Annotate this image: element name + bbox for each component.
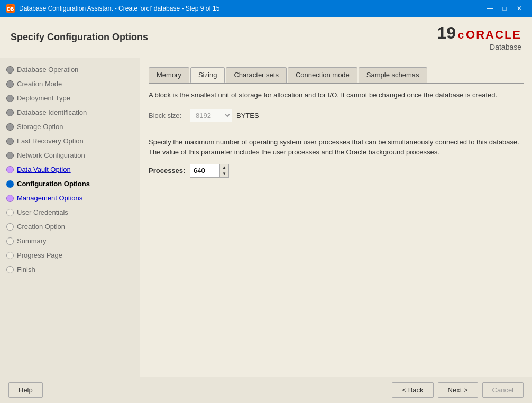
sidebar-item-storage-option: Storage Option (0, 120, 140, 134)
oracle-brand-name: ORACLE (466, 28, 521, 42)
sidebar-label-configuration-options: Configuration Options (17, 180, 90, 188)
title-bar-text: Database Configuration Assistant - Creat… (19, 5, 219, 12)
sidebar-label-management-options: Management Options (17, 194, 82, 202)
sidebar-item-management-options[interactable]: Management Options (0, 191, 140, 205)
sidebar-label-creation-option: Creation Option (17, 223, 65, 231)
step-indicator-1 (6, 66, 14, 74)
sidebar-label-storage-option: Storage Option (17, 123, 63, 131)
close-button[interactable]: ✕ (513, 3, 526, 14)
processes-label: Processes: (149, 167, 186, 175)
footer-right-buttons: < Back Next > Cancel (392, 382, 524, 398)
step-indicator-15 (6, 266, 14, 273)
svg-text:DB: DB (7, 6, 14, 12)
step-indicator-4 (6, 109, 14, 116)
sidebar-item-data-vault[interactable]: Data Vault Option (0, 162, 140, 177)
sidebar-label-database-identification: Database Identification (17, 108, 87, 116)
step-indicator-5 (6, 123, 14, 131)
sidebar-label-fast-recovery: Fast Recovery Option (17, 137, 84, 145)
tab-character-sets[interactable]: Character sets (226, 67, 287, 83)
sidebar-item-finish: Finish (0, 262, 140, 277)
step-indicator-14 (6, 252, 14, 259)
next-button[interactable]: Next > (438, 382, 478, 398)
spinner-down-button[interactable]: ▼ (220, 171, 228, 177)
step-indicator-6 (6, 138, 14, 145)
step-indicator-11 (6, 209, 14, 216)
processes-section: Specify the maximum number of operating … (149, 137, 524, 178)
page-title: Specify Configuration Options (11, 32, 148, 43)
tab-sizing[interactable]: Sizing (190, 67, 225, 83)
window-body: Database Operation Creation Mode Deploym… (0, 58, 532, 377)
sidebar-label-progress-page: Progress Page (17, 251, 62, 259)
sidebar-label-network-config: Network Configuration (17, 151, 85, 159)
step-indicator-9 (6, 180, 14, 188)
title-bar-controls: — □ ✕ (483, 3, 526, 14)
processes-spinner: ▲ ▼ (190, 164, 229, 178)
window-footer: Help < Back Next > Cancel (0, 377, 532, 403)
content-area: Memory Sizing Character sets Connection … (140, 58, 532, 377)
step-indicator-7 (6, 152, 14, 159)
sidebar-item-configuration-options: Configuration Options (0, 177, 140, 191)
block-size-row: Block size: 8192 4096 16384 32768 BYTES (149, 109, 524, 122)
oracle-version-c: c (458, 29, 464, 41)
step-indicator-13 (6, 237, 14, 245)
cancel-button[interactable]: Cancel (482, 382, 524, 398)
tab-sample-schemas[interactable]: Sample schemas (359, 67, 427, 83)
sidebar-label-user-credentials: User Credentials (17, 208, 68, 216)
sidebar: Database Operation Creation Mode Deploym… (0, 58, 140, 377)
sidebar-item-user-credentials: User Credentials (0, 205, 140, 219)
block-size-unit: BYTES (236, 112, 259, 120)
sidebar-label-finish: Finish (17, 265, 35, 273)
oracle-logo: 19c ORACLE Database (437, 23, 521, 51)
step-indicator-12 (6, 223, 14, 231)
app-icon: DB (6, 4, 15, 13)
sidebar-item-creation-option: Creation Option (0, 219, 140, 234)
step-indicator-8 (6, 166, 14, 173)
window-header: Specify Configuration Options 19c ORACLE… (0, 17, 532, 58)
sidebar-item-progress-page: Progress Page (0, 248, 140, 262)
sidebar-label-summary: Summary (17, 237, 47, 245)
oracle-product-name: Database (490, 43, 521, 51)
tabs-container: Memory Sizing Character sets Connection … (149, 67, 524, 84)
title-bar-left: DB Database Configuration Assistant - Cr… (6, 4, 219, 13)
sidebar-label-creation-mode: Creation Mode (17, 80, 62, 88)
spinner-up-button[interactable]: ▲ (220, 164, 228, 171)
tab-connection-mode[interactable]: Connection mode (288, 67, 357, 83)
sidebar-label-database-operation: Database Operation (17, 66, 78, 74)
minimize-button[interactable]: — (483, 3, 496, 14)
sidebar-item-database-operation: Database Operation (0, 62, 140, 77)
block-size-label: Block size: (149, 112, 186, 120)
sidebar-item-network-config: Network Configuration (0, 148, 140, 162)
sidebar-item-database-identification: Database Identification (0, 105, 140, 120)
processes-description: Specify the maximum number of operating … (149, 137, 524, 158)
sidebar-item-summary: Summary (0, 234, 140, 248)
title-bar: DB Database Configuration Assistant - Cr… (0, 0, 532, 17)
sidebar-label-data-vault: Data Vault Option (17, 166, 71, 173)
main-window: Specify Configuration Options 19c ORACLE… (0, 17, 532, 403)
spinner-buttons: ▲ ▼ (219, 164, 228, 177)
processes-row: Processes: ▲ ▼ (149, 164, 524, 178)
step-indicator-2 (6, 80, 14, 88)
processes-input[interactable] (190, 164, 219, 177)
block-size-description: A block is the smallest unit of storage … (149, 90, 524, 100)
oracle-logo-top: 19c ORACLE (437, 23, 521, 43)
maximize-button[interactable]: □ (498, 3, 511, 14)
block-size-select[interactable]: 8192 4096 16384 32768 (190, 109, 232, 122)
back-button[interactable]: < Back (392, 382, 433, 398)
oracle-version-number: 19 (437, 23, 456, 43)
help-button[interactable]: Help (8, 382, 43, 398)
sidebar-label-deployment-type: Deployment Type (17, 94, 70, 102)
sidebar-item-fast-recovery: Fast Recovery Option (0, 134, 140, 148)
sidebar-item-creation-mode: Creation Mode (0, 77, 140, 91)
tab-memory[interactable]: Memory (149, 67, 189, 83)
step-indicator-3 (6, 95, 14, 102)
step-indicator-10 (6, 195, 14, 202)
sidebar-item-deployment-type: Deployment Type (0, 91, 140, 105)
